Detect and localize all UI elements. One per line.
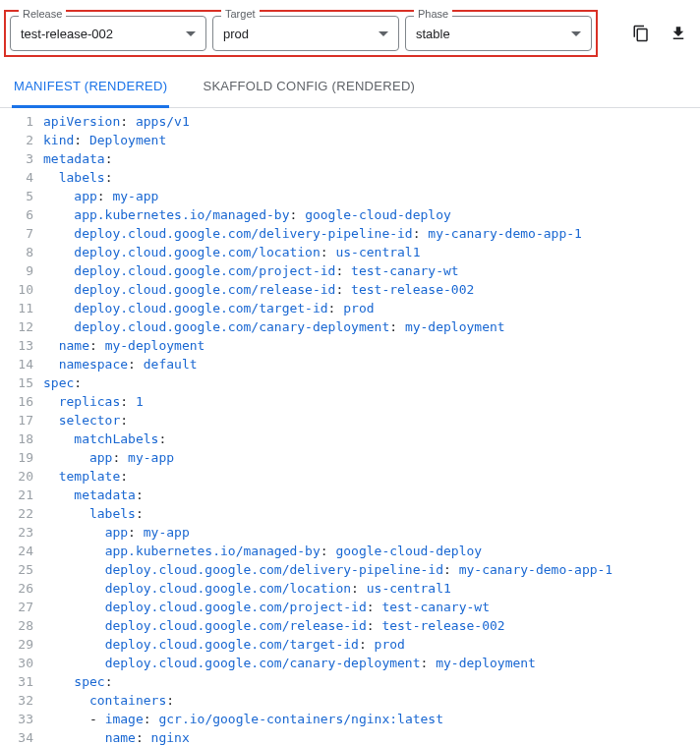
code-line: app: my-app: [43, 448, 700, 467]
code-line: apiVersion: apps/v1: [43, 112, 700, 131]
tab-manifest[interactable]: MANIFEST (RENDERED): [12, 67, 169, 108]
chevron-down-icon: [379, 31, 388, 36]
code-content[interactable]: apiVersion: apps/v1kind: Deploymentmetad…: [43, 112, 700, 745]
code-line: deploy.cloud.google.com/delivery-pipelin…: [43, 224, 700, 243]
code-line: deploy.cloud.google.com/release-id: test…: [43, 616, 700, 635]
target-select-value: prod: [223, 27, 379, 41]
release-select-label: Release: [19, 9, 66, 20]
download-button[interactable]: [665, 20, 692, 47]
code-line: deploy.cloud.google.com/canary-deploymen…: [43, 654, 700, 672]
code-line: metadata:: [43, 149, 700, 168]
target-select-label: Target: [221, 9, 260, 20]
code-line: deploy.cloud.google.com/release-id: test…: [43, 280, 700, 299]
code-line: deploy.cloud.google.com/location: us-cen…: [43, 579, 700, 598]
code-line: app: my-app: [43, 523, 700, 542]
chevron-down-icon: [571, 31, 581, 36]
tabs: MANIFEST (RENDERED) SKAFFOLD CONFIG (REN…: [0, 67, 700, 108]
code-line: name: my-deployment: [43, 336, 700, 355]
code-line: kind: Deployment: [43, 131, 700, 149]
code-line: deploy.cloud.google.com/canary-deploymen…: [43, 317, 700, 336]
code-line: app: my-app: [43, 187, 700, 205]
selectors-highlight: Release test-release-002 Target prod Pha…: [4, 10, 598, 57]
release-select[interactable]: Release test-release-002: [10, 16, 206, 51]
code-line: labels:: [43, 504, 700, 523]
code-line: deploy.cloud.google.com/project-id: test…: [43, 598, 700, 616]
action-icons: [627, 20, 692, 47]
copy-icon: [632, 25, 650, 42]
code-line: matchLabels:: [43, 430, 700, 448]
code-line: namespace: default: [43, 355, 700, 373]
code-line: labels:: [43, 168, 700, 187]
top-bar: Release test-release-002 Target prod Pha…: [0, 0, 700, 67]
chevron-down-icon: [186, 31, 196, 36]
code-line: app.kubernetes.io/managed-by: google-clo…: [43, 205, 700, 224]
code-line: deploy.cloud.google.com/delivery-pipelin…: [43, 560, 700, 579]
phase-select[interactable]: Phase stable: [405, 16, 592, 51]
line-gutter: 1234567891011121314151617181920212223242…: [0, 112, 43, 745]
copy-button[interactable]: [627, 20, 655, 47]
code-line: deploy.cloud.google.com/target-id: prod: [43, 635, 700, 654]
code-line: spec:: [43, 373, 700, 392]
phase-select-label: Phase: [414, 9, 452, 20]
code-line: selector:: [43, 411, 700, 430]
code-line: app.kubernetes.io/managed-by: google-clo…: [43, 542, 700, 560]
code-line: template:: [43, 467, 700, 486]
code-line: deploy.cloud.google.com/location: us-cen…: [43, 243, 700, 261]
code-line: spec:: [43, 672, 700, 691]
code-line: deploy.cloud.google.com/project-id: test…: [43, 261, 700, 280]
release-select-value: test-release-002: [21, 27, 186, 41]
code-area: 1234567891011121314151617181920212223242…: [0, 108, 700, 745]
phase-select-value: stable: [416, 27, 571, 41]
target-select[interactable]: Target prod: [212, 16, 399, 51]
code-line: deploy.cloud.google.com/target-id: prod: [43, 299, 700, 317]
tab-skaffold[interactable]: SKAFFOLD CONFIG (RENDERED): [201, 67, 417, 108]
code-line: containers:: [43, 691, 700, 710]
code-line: metadata:: [43, 486, 700, 504]
code-line: - image: gcr.io/google-containers/nginx:…: [43, 710, 700, 728]
download-icon: [670, 25, 687, 42]
code-line: replicas: 1: [43, 392, 700, 411]
code-line: name: nginx: [43, 728, 700, 745]
